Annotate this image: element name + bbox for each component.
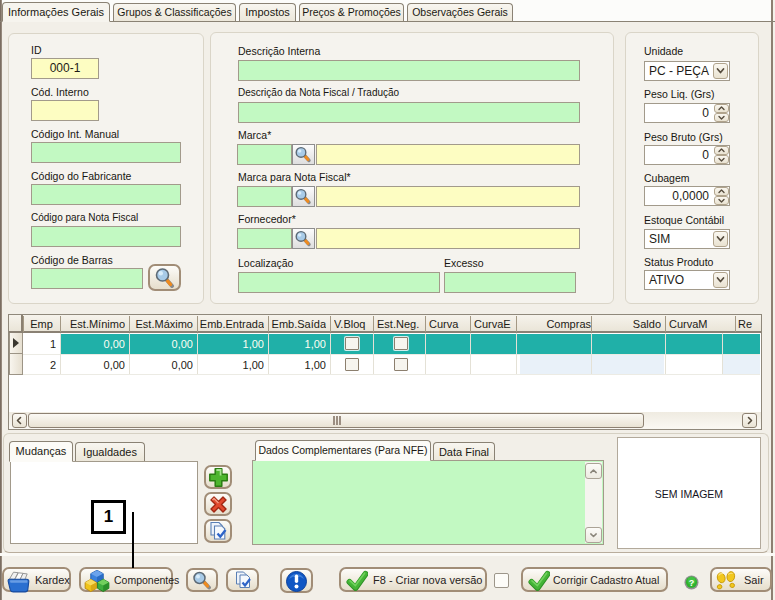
svg-text:?: ? (689, 578, 695, 588)
